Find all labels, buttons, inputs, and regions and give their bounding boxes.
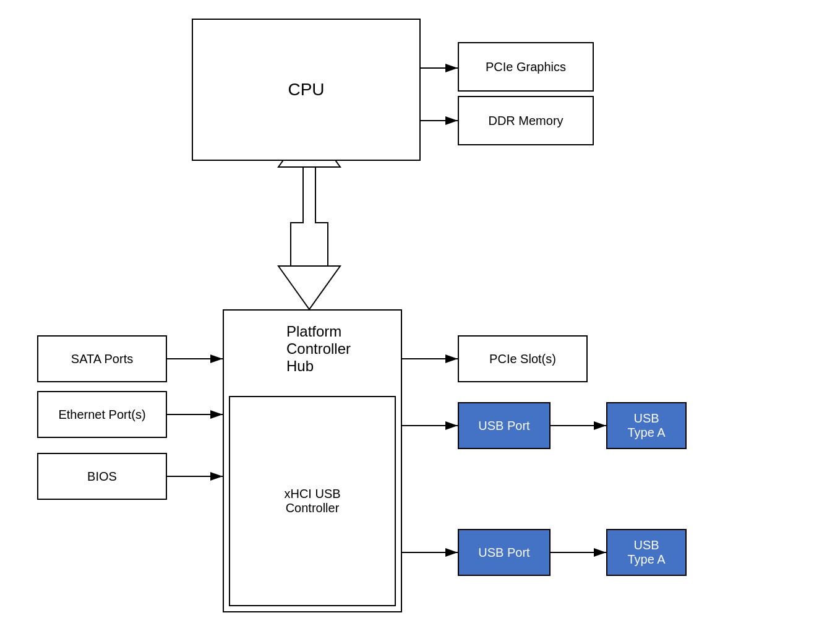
usb-port-2-box: USB Port [458,529,551,576]
bios-label: BIOS [87,470,117,484]
usb-type-a-2-box: USB Type A [606,529,687,576]
bios-box: BIOS [37,453,167,500]
pch-label: Platform Controller Hub [286,323,351,375]
xhci-label: xHCI USB Controller [284,487,340,515]
usb-type-a-2-label: USB Type A [627,538,665,567]
usb-port-1-box: USB Port [458,402,551,449]
pcie-graphics-box: PCIe Graphics [458,42,594,92]
xhci-box: xHCI USB Controller [229,396,396,606]
cpu-pch-arrow-down [278,266,340,309]
sata-ports-box: SATA Ports [37,335,167,382]
usb-port-2-label: USB Port [478,546,529,560]
diagram: CPU PCIe Graphics DDR Memory Platform Co… [0,0,840,631]
ethernet-ports-box: Ethernet Port(s) [37,391,167,438]
pcie-graphics-label: PCIe Graphics [486,60,566,74]
sata-ports-label: SATA Ports [71,352,133,366]
pcie-slots-label: PCIe Slot(s) [489,352,556,366]
ethernet-ports-label: Ethernet Port(s) [58,408,145,422]
usb-type-a-1-box: USB Type A [606,402,687,449]
usb-type-a-1-label: USB Type A [627,411,665,440]
cpu-pch-arrow-body [291,167,328,266]
pcie-slots-box: PCIe Slot(s) [458,335,588,382]
cpu-label: CPU [288,80,324,100]
ddr-memory-box: DDR Memory [458,96,594,145]
cpu-box: CPU [192,19,421,161]
ddr-memory-label: DDR Memory [488,114,563,128]
usb-port-1-label: USB Port [478,419,529,433]
